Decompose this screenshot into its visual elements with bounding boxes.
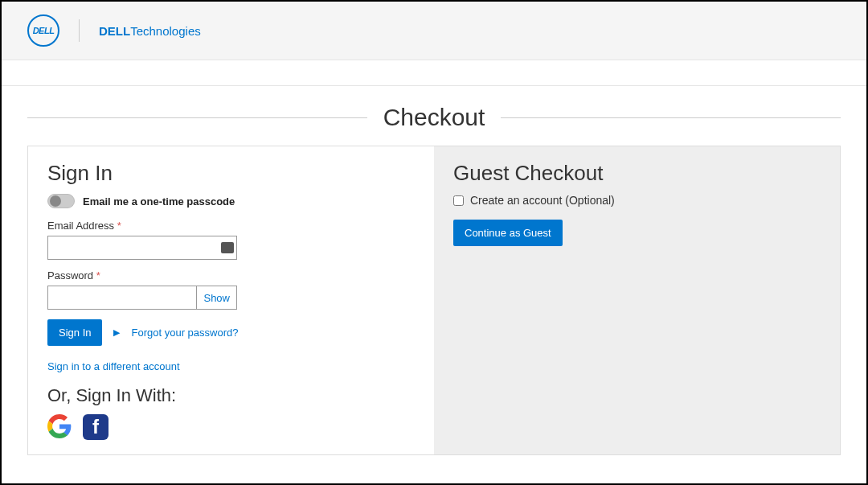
password-label: Password * (47, 269, 415, 282)
facebook-icon[interactable]: f (83, 414, 108, 440)
site-header: DELL DELLTechnologies (2, 2, 866, 60)
social-buttons-row: f (47, 414, 415, 440)
passcode-toggle-label: Email me a one-time passcode (83, 195, 235, 208)
email-input[interactable] (47, 236, 237, 260)
forgot-password-link[interactable]: Forgot your password? (131, 327, 238, 339)
guest-heading: Guest Checkout (453, 161, 821, 186)
password-input-wrapper: Show (47, 286, 237, 310)
required-indicator: * (117, 220, 121, 232)
chevron-right-icon: ▶ (113, 327, 120, 338)
passcode-toggle[interactable] (47, 194, 75, 208)
password-input[interactable] (47, 286, 197, 310)
social-signin-heading: Or, Sign In With: (47, 385, 415, 406)
title-line-left (27, 117, 367, 118)
toggle-knob (50, 195, 61, 207)
logo-text: DELL (33, 26, 55, 35)
autofill-icon (221, 242, 234, 253)
signin-panel: Sign In Email me a one-time passcode Ema… (28, 146, 434, 454)
passcode-toggle-row: Email me a one-time passcode (47, 194, 415, 208)
create-account-checkbox[interactable] (453, 195, 464, 206)
dell-logo[interactable]: DELL (27, 14, 59, 47)
required-indicator: * (96, 269, 100, 282)
page-title: Checkout (367, 104, 502, 131)
checkout-panels: Sign In Email me a one-time passcode Ema… (27, 146, 841, 455)
show-password-button[interactable]: Show (197, 286, 237, 310)
brand-text[interactable]: DELLTechnologies (99, 24, 201, 38)
create-account-label: Create an account (Optional) (470, 194, 615, 207)
signin-action-row: Sign In ▶ Forgot your password? (47, 319, 415, 346)
title-line-right (501, 117, 841, 118)
create-account-row: Create an account (Optional) (453, 194, 821, 207)
guest-panel: Guest Checkout Create an account (Option… (434, 146, 840, 454)
signin-button[interactable]: Sign In (47, 319, 102, 346)
sub-header-band (2, 60, 866, 86)
email-input-wrapper (47, 236, 237, 260)
email-label: Email Address * (47, 220, 415, 232)
signin-heading: Sign In (47, 161, 415, 186)
header-divider (79, 19, 80, 42)
continue-guest-button[interactable]: Continue as Guest (453, 220, 563, 246)
different-account-link[interactable]: Sign in to a different account (47, 360, 180, 372)
google-icon[interactable] (47, 414, 72, 438)
page-title-row: Checkout (27, 104, 841, 131)
